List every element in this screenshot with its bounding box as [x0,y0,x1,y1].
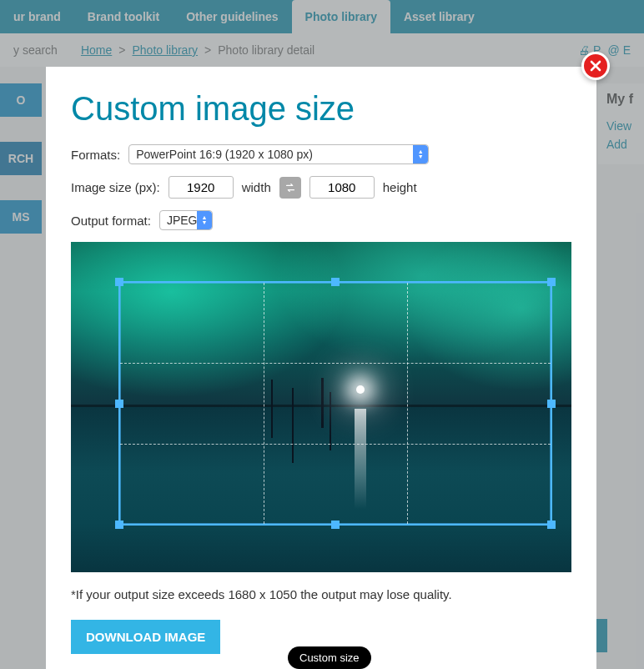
crop-handle-tr[interactable] [547,278,556,286]
download-image-button[interactable]: DOWNLOAD IMAGE [71,620,220,654]
width-label: width [242,180,271,194]
formats-value: PowerPoint 16:9 (1920 x 1080 px) [136,148,313,161]
crop-handle-tl[interactable] [115,278,123,286]
crop-handle-bm[interactable] [331,521,340,529]
close-icon [589,59,602,73]
crop-handle-br[interactable] [547,521,556,529]
crop-handle-mr[interactable] [547,400,556,408]
image-preview[interactable] [71,242,571,572]
height-input[interactable] [309,176,375,199]
output-format-label: Output format: [71,214,151,228]
custom-image-size-modal: Custom image size Formats: PowerPoint 16… [46,67,596,669]
formats-label: Formats: [71,148,120,162]
crop-handle-tm[interactable] [331,278,340,286]
width-input[interactable] [169,176,234,199]
modal-title: Custom image size [71,90,571,128]
quality-disclaimer: *If your output size exceeds 1680 x 1050… [71,587,571,601]
formats-select[interactable]: PowerPoint 16:9 (1920 x 1080 px) ▲▼ [128,144,429,164]
image-size-label: Image size (px): [71,180,160,194]
crop-handle-bl[interactable] [115,521,123,529]
output-format-value: JPEG [167,214,198,227]
tooltip-custom-size: Custom size [288,646,371,669]
output-format-select[interactable]: JPEG ▲▼ [159,210,213,230]
close-button[interactable] [581,52,610,80]
swap-icon [284,182,296,194]
crop-box[interactable] [118,281,552,526]
crop-handle-ml[interactable] [115,400,123,408]
swap-dimensions-button[interactable] [279,177,301,199]
select-arrows-icon: ▲▼ [413,145,428,163]
select-arrows-icon: ▲▼ [197,211,212,229]
height-label: height [383,180,417,194]
